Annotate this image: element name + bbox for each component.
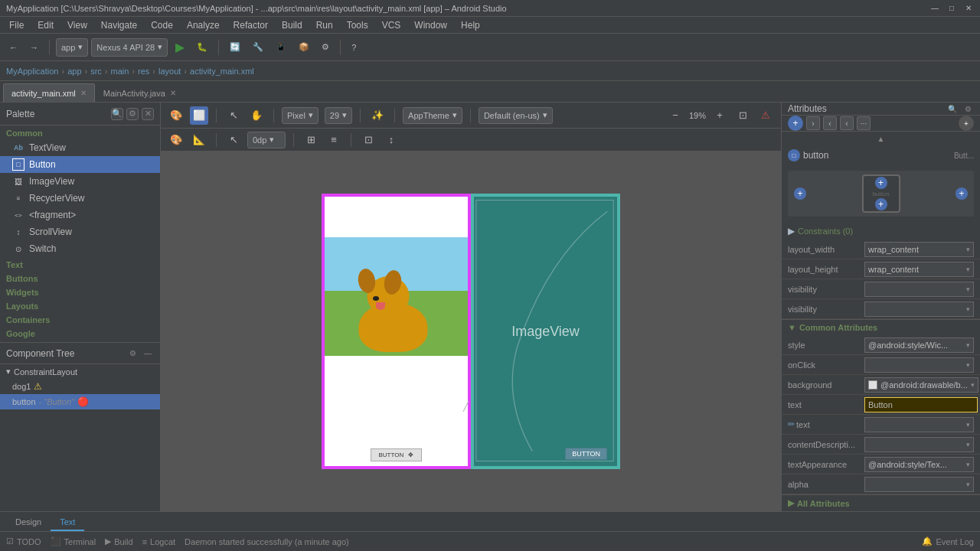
component-tree-settings[interactable]: ⚙ — [126, 347, 139, 360]
attr-back-btn[interactable]: ‹ — [840, 116, 854, 130]
status-todo[interactable]: ☑ TODO — [6, 536, 41, 546]
text-input[interactable] — [864, 397, 978, 412]
tree-item-constraintlayout[interactable]: ▾ ConstraintLayout — [0, 364, 160, 379]
textappearance-dropdown[interactable]: @android:style/Tex... ▾ — [864, 457, 974, 472]
palette-search-button[interactable]: 🔍 — [111, 108, 123, 120]
attr-close-btn[interactable]: + — [959, 116, 974, 131]
visibility-dropdown[interactable]: ▾ — [864, 282, 974, 297]
all-attributes-section[interactable]: ▶ All Attributes — [782, 494, 980, 511]
palette-item-button[interactable]: □ Button — [0, 156, 160, 173]
margin-btn[interactable]: ⊡ — [359, 131, 377, 149]
button-widget-left[interactable]: BUTTON ✥ — [371, 448, 423, 461]
forward-button[interactable]: → — [25, 37, 43, 57]
tree-item-dog1[interactable]: dog1 ⚠ — [0, 379, 160, 394]
menu-file[interactable]: File — [3, 18, 30, 32]
menu-analyze[interactable]: Analyze — [181, 18, 226, 32]
tab-main-activity-java[interactable]: MainActivity.java ✕ — [95, 83, 185, 102]
attr-back-left-btn[interactable]: ‹ — [823, 116, 837, 130]
visibility2-dropdown[interactable]: ▾ — [864, 302, 974, 317]
status-terminal[interactable]: ⬛ Terminal — [51, 536, 96, 546]
palette-settings-button[interactable]: ⚙ — [126, 108, 139, 120]
breadcrumb-item-src[interactable]: src — [90, 67, 102, 76]
menu-view[interactable]: View — [61, 18, 93, 32]
close-button[interactable]: ✕ — [963, 3, 974, 14]
menu-edit[interactable]: Edit — [31, 18, 60, 32]
menu-build[interactable]: Build — [276, 18, 309, 32]
bottom-tab-design[interactable]: Design — [6, 514, 51, 531]
menu-code[interactable]: Code — [145, 18, 179, 32]
avd-button[interactable]: 📱 — [271, 37, 291, 57]
theme-dropdown[interactable]: AppTheme ▾ — [403, 107, 462, 124]
app-dropdown[interactable]: app ▾ — [56, 38, 88, 57]
button-widget-right[interactable]: BUTTON — [565, 448, 607, 460]
palette-item-fragment[interactable]: <> <fragment> — [0, 207, 160, 223]
menu-tools[interactable]: Tools — [341, 18, 374, 32]
menu-run[interactable]: Run — [310, 18, 339, 32]
sync-button[interactable]: 🔄 — [225, 37, 245, 57]
attr-add-btn[interactable]: + — [788, 116, 803, 131]
menu-vcs[interactable]: VCS — [376, 18, 407, 32]
help-button[interactable]: ? — [347, 37, 361, 57]
select-btn[interactable]: ↖ — [224, 131, 243, 149]
magic-wand-btn[interactable]: ✨ — [368, 106, 387, 125]
menu-window[interactable]: Window — [408, 18, 453, 32]
zoom-in-btn[interactable]: + — [710, 106, 729, 125]
onclick-dropdown[interactable]: ▾ — [864, 357, 974, 373]
style-dropdown[interactable]: @android:style/Wic... ▾ — [864, 337, 974, 353]
dp-dropdown[interactable]: 29 ▾ — [325, 107, 352, 124]
locale-dropdown[interactable]: Default (en-us) ▾ — [479, 107, 553, 124]
palette-item-recyclerview[interactable]: ≡ RecyclerView — [0, 190, 160, 207]
constraints-section-header[interactable]: ▶ Constraints (0) — [782, 223, 980, 240]
constraint-bottom-btn[interactable]: + — [875, 198, 887, 210]
component-tree-collapse[interactable]: — — [142, 347, 154, 360]
panning-tool[interactable]: ✋ — [247, 106, 266, 125]
constraint-left-btn[interactable]: + — [794, 187, 806, 200]
contentdesc-dropdown[interactable]: ▾ — [864, 437, 974, 452]
text-edit-dropdown[interactable]: ▾ — [864, 417, 974, 432]
debug-button[interactable]: 🐛 — [192, 37, 212, 57]
minimize-button[interactable]: — — [929, 3, 940, 14]
settings-button[interactable]: ⚙ — [317, 37, 334, 57]
breadcrumb-item-res[interactable]: res — [138, 67, 149, 76]
blueprint-view-btn[interactable]: 📐 — [190, 131, 208, 149]
breadcrumb-item-module[interactable]: app — [67, 67, 81, 76]
breadcrumb-item-main[interactable]: main — [111, 67, 129, 76]
close-icon[interactable]: ✕ — [80, 89, 87, 97]
bottom-tab-text[interactable]: Text — [51, 514, 84, 531]
sdk-button[interactable]: 📦 — [294, 37, 314, 57]
layout-height-dropdown[interactable]: wrap_content ▾ — [864, 262, 974, 277]
palette-item-textview[interactable]: Ab TextView — [0, 139, 160, 156]
status-logcat[interactable]: ≡ Logcat — [142, 537, 175, 546]
status-build[interactable]: ▶ Build — [105, 536, 132, 546]
cursor-tool[interactable]: ↖ — [224, 106, 243, 125]
align-btn[interactable]: ≡ — [325, 131, 343, 149]
pixel-dropdown[interactable]: Pixel ▾ — [282, 107, 318, 124]
palette-item-scrollview[interactable]: ↕ ScrollView — [0, 223, 160, 240]
constraint-right-btn[interactable]: + — [956, 187, 968, 200]
background-dropdown[interactable]: @android:drawable/b... ▾ — [864, 377, 978, 393]
constraint-top-btn[interactable]: + — [875, 177, 887, 189]
constraint-dp-input[interactable]: 0dp ▾ — [247, 132, 286, 148]
palette-item-switch[interactable]: ⊙ Switch — [0, 240, 160, 257]
zoom-out-btn[interactable]: − — [666, 106, 684, 125]
attr-forward-btn[interactable]: › — [806, 116, 820, 130]
attr-settings-btn[interactable]: ⚙ — [962, 103, 974, 115]
tab-activity-main-xml[interactable]: activity_main.xml ✕ — [3, 83, 95, 102]
menu-navigate[interactable]: Navigate — [95, 18, 143, 32]
breadcrumb-item-app[interactable]: MyApplication — [6, 67, 58, 76]
blueprint-toggle[interactable]: ⬜ — [190, 106, 208, 125]
alpha-dropdown[interactable]: ▾ — [864, 477, 974, 492]
menu-help[interactable]: Help — [455, 18, 486, 32]
menu-refactor[interactable]: Refactor — [227, 18, 274, 32]
palette-close-button[interactable]: ✕ — [142, 108, 154, 120]
common-attributes-section[interactable]: ▼ Common Attributes — [782, 319, 980, 335]
design-mode-btn[interactable]: 🎨 — [167, 106, 185, 125]
vertical-align-btn[interactable]: ↕ — [382, 131, 400, 149]
zoom-fit-btn[interactable]: ⊡ — [733, 106, 752, 125]
breadcrumb-item-layout[interactable]: layout — [158, 67, 181, 76]
status-event-log[interactable]: 🔔 Event Log — [922, 536, 974, 546]
palette-item-imageview[interactable]: 🖼 ImageView — [0, 173, 160, 190]
back-button[interactable]: ← — [5, 37, 22, 57]
layout-width-dropdown[interactable]: wrap_content ▾ — [864, 242, 974, 257]
close-icon[interactable]: ✕ — [170, 89, 176, 97]
